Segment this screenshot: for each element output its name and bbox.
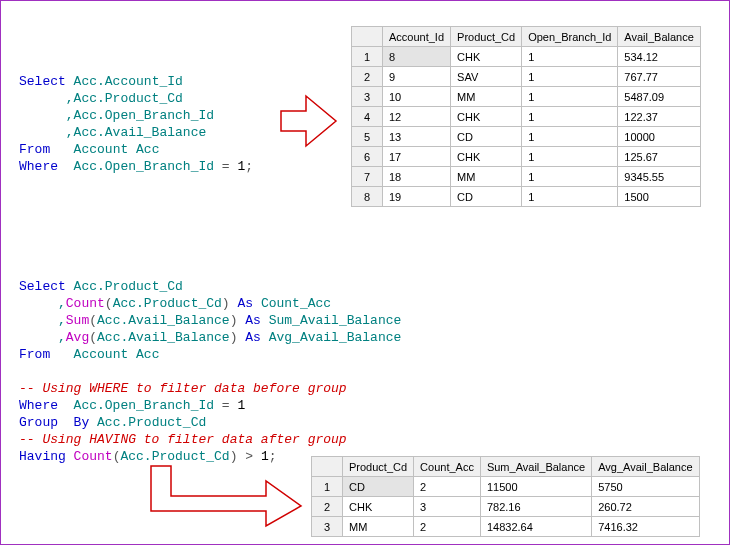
col-header: Product_Cd [451, 27, 522, 47]
cell: 1 [522, 187, 618, 207]
col-header: Open_Branch_Id [522, 27, 618, 47]
col-header: Account_Id [383, 27, 451, 47]
table-row: 1CD2115005750 [312, 477, 700, 497]
table-row: 718MM19345.55 [352, 167, 701, 187]
row-number: 1 [312, 477, 343, 497]
kw-select: Select [19, 74, 66, 89]
table-row: 2CHK3782.16260.72 [312, 497, 700, 517]
col-header: Count_Acc [414, 457, 481, 477]
cell: CHK [451, 147, 522, 167]
table-row: 617CHK1125.67 [352, 147, 701, 167]
col-header: Product_Cd [343, 457, 414, 477]
cell: MM [343, 517, 414, 537]
arrow-right-icon [276, 91, 341, 151]
table-row: 412CHK1122.37 [352, 107, 701, 127]
cell: CD [451, 127, 522, 147]
row-number: 7 [352, 167, 383, 187]
cell: 782.16 [480, 497, 591, 517]
comment-where: -- Using WHERE to filter data before gro… [19, 381, 347, 396]
col-header: Avg_Avail_Balance [592, 457, 699, 477]
row-number: 2 [312, 497, 343, 517]
cell: 8 [383, 47, 451, 67]
row-number: 2 [352, 67, 383, 87]
cell: 534.12 [618, 47, 701, 67]
cell: 1 [522, 127, 618, 147]
cell: CHK [343, 497, 414, 517]
col-header: Avail_Balance [618, 27, 701, 47]
cell: 1500 [618, 187, 701, 207]
cell: 9 [383, 67, 451, 87]
cell: 19 [383, 187, 451, 207]
cell: 3 [414, 497, 481, 517]
cell: 125.67 [618, 147, 701, 167]
cell: 1 [522, 147, 618, 167]
table-row: 819CD11500 [352, 187, 701, 207]
sql-query-1: Select Acc.Account_Id ,Acc.Product_Cd ,A… [19, 56, 253, 175]
kw-from: From [19, 142, 50, 157]
cell: 7416.32 [592, 517, 699, 537]
cell: 5487.09 [618, 87, 701, 107]
comment-having: -- Using HAVING to filter data after gro… [19, 432, 347, 447]
result-table-2: Product_CdCount_AccSum_Avail_BalanceAvg_… [311, 456, 700, 537]
table-row: 513CD110000 [352, 127, 701, 147]
cell: 2 [414, 517, 481, 537]
cell: SAV [451, 67, 522, 87]
cell: 17 [383, 147, 451, 167]
row-number: 8 [352, 187, 383, 207]
table-row: 18CHK1534.12 [352, 47, 701, 67]
sql-query-2: Select Acc.Product_Cd ,Count(Acc.Product… [19, 261, 401, 465]
cell: CD [343, 477, 414, 497]
arrow-down-right-icon [146, 461, 306, 531]
cell: 10000 [618, 127, 701, 147]
row-number: 6 [352, 147, 383, 167]
table-row: 3MM214832.647416.32 [312, 517, 700, 537]
cell: 1 [522, 87, 618, 107]
cell: MM [451, 87, 522, 107]
document-frame: Select Acc.Account_Id ,Acc.Product_Cd ,A… [0, 0, 730, 545]
cell: MM [451, 167, 522, 187]
cell: 18 [383, 167, 451, 187]
table-row: 310MM15487.09 [352, 87, 701, 107]
cell: 12 [383, 107, 451, 127]
cell: CHK [451, 47, 522, 67]
cell: 11500 [480, 477, 591, 497]
cell: 5750 [592, 477, 699, 497]
cell: 1 [522, 167, 618, 187]
cell: CHK [451, 107, 522, 127]
kw-where: Where [19, 159, 58, 174]
row-number: 4 [352, 107, 383, 127]
col-header [352, 27, 383, 47]
result-table-1: Account_IdProduct_CdOpen_Branch_IdAvail_… [351, 26, 701, 207]
cell: 1 [522, 107, 618, 127]
cell: 2 [414, 477, 481, 497]
cell: 9345.55 [618, 167, 701, 187]
row-number: 3 [352, 87, 383, 107]
cell: 260.72 [592, 497, 699, 517]
row-number: 5 [352, 127, 383, 147]
cell: 1 [522, 67, 618, 87]
row-number: 3 [312, 517, 343, 537]
cell: CD [451, 187, 522, 207]
col-header: Sum_Avail_Balance [480, 457, 591, 477]
cell: 10 [383, 87, 451, 107]
cell: 122.37 [618, 107, 701, 127]
table-row: 29SAV1767.77 [352, 67, 701, 87]
cell: 14832.64 [480, 517, 591, 537]
col-header [312, 457, 343, 477]
cell: 1 [522, 47, 618, 67]
row-number: 1 [352, 47, 383, 67]
cell: 767.77 [618, 67, 701, 87]
cell: 13 [383, 127, 451, 147]
